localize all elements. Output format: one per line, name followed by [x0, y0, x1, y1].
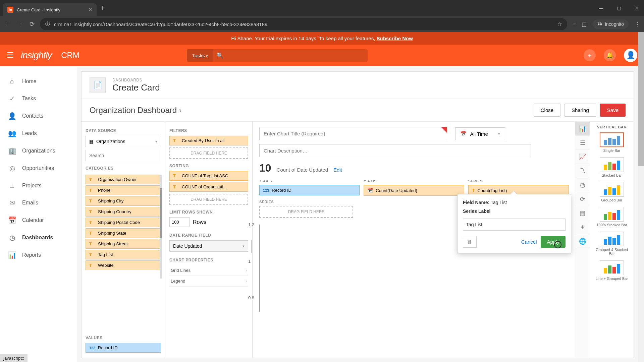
category-field[interactable]: TOrganization Owner — [86, 175, 161, 184]
text-icon: T — [173, 138, 179, 143]
nav-item-tasks[interactable]: ✓Tasks — [0, 90, 77, 107]
sort-chip[interactable]: TCOUNT of Organizati... — [169, 182, 248, 192]
back-button[interactable]: ← — [4, 20, 10, 28]
nav-item-emails[interactable]: ✉Emails — [0, 194, 77, 212]
maximize-button[interactable]: ▢ — [614, 4, 624, 12]
edit-metric-link[interactable]: Edit — [333, 167, 342, 173]
incognito-badge[interactable]: 🕶 Incognito — [593, 19, 629, 29]
action-bar: Organization Dashboard Close Sharing Sav… — [82, 99, 634, 122]
nav-item-reports[interactable]: 📊Reports — [0, 246, 77, 264]
chart-options-panel: VERTICAL BAR Single BarStacked BarGroupe… — [590, 122, 634, 358]
text-icon: T — [89, 220, 95, 225]
area-chart-icon[interactable]: 〽 — [575, 164, 590, 178]
sidepanel-icon[interactable]: ◫ — [582, 21, 587, 27]
xaxis-chip[interactable]: 123 Record ID — [259, 185, 360, 195]
sharing-button[interactable]: Sharing — [565, 104, 596, 117]
save-button[interactable]: Save — [600, 104, 626, 117]
category-field[interactable]: TShipping Street — [86, 239, 161, 249]
search-input[interactable] — [227, 49, 368, 62]
close-icon[interactable]: × — [89, 7, 92, 13]
chart-description-input[interactable] — [259, 144, 531, 157]
chart-property-row[interactable]: Grid Lines — [169, 265, 248, 276]
filters-dropzone[interactable]: DRAG FIELD HERE — [169, 147, 248, 159]
nav-item-calendar[interactable]: 📅Calendar — [0, 212, 77, 229]
line-chart-icon[interactable]: 📈 — [575, 150, 590, 164]
category-field[interactable]: TShipping City — [86, 196, 161, 206]
nav-item-leads[interactable]: 👥Leads — [0, 125, 77, 142]
new-tab-button[interactable]: + — [101, 4, 105, 12]
category-field[interactable]: TWebsite — [86, 260, 161, 270]
nav-item-contacts[interactable]: 👤Contacts — [0, 107, 77, 125]
chart-type-option[interactable]: Line + Grouped Bar — [593, 260, 631, 281]
categories-scrollbar[interactable] — [160, 175, 162, 279]
cancel-button[interactable]: Cancel — [521, 239, 537, 245]
scrollbar-thumb[interactable] — [160, 188, 162, 238]
reload-button[interactable]: ⟳ — [30, 20, 35, 28]
bookmark-icon[interactable]: ☆ — [557, 21, 562, 27]
filter-chip[interactable]: TCreated By User In all — [169, 136, 248, 145]
search-type-dropdown[interactable]: Tasks — [187, 49, 213, 62]
browser-menu-icon[interactable]: ⋮ — [635, 21, 640, 27]
sort-chip[interactable]: TCOUNT of Tag List ASC — [169, 171, 248, 181]
delete-series-button[interactable]: 🗑 — [463, 236, 477, 248]
number-icon: 123 — [89, 346, 95, 350]
logo[interactable]: insightly — [21, 50, 52, 61]
series-dropzone[interactable]: DRAG FIELD HERE — [259, 206, 353, 218]
dashboard-name-link[interactable]: Organization Dashboard — [90, 106, 182, 115]
nav-item-organizations[interactable]: 🏢Organizations — [0, 142, 77, 160]
pie-chart-icon[interactable]: ◔ — [575, 178, 590, 192]
chart-type-option[interactable]: Grouped & Stacked Bar — [593, 232, 631, 256]
add-button[interactable]: ＋ — [584, 49, 596, 61]
forward-button[interactable]: → — [17, 20, 23, 28]
chart-property-row[interactable]: Legend — [169, 276, 248, 287]
nav-item-opportunities[interactable]: ◎Opportunities — [0, 160, 77, 177]
daterange-select[interactable]: Date Updated — [169, 240, 248, 252]
category-field[interactable]: TPhone — [86, 185, 161, 195]
chart-type-option[interactable]: Grouped Bar — [593, 182, 631, 202]
time-range-select[interactable]: 📅 All Time — [455, 127, 505, 140]
nav-item-home[interactable]: ⌂Home — [0, 73, 77, 90]
scrollbar-thumb[interactable] — [638, 32, 644, 166]
yaxis-chip[interactable]: 📅 Count(Date Updated) — [364, 185, 464, 196]
data-source-select[interactable]: ▦ Organizations — [86, 136, 161, 147]
extensions-icon[interactable]: ≡ — [573, 21, 576, 27]
subscribe-link[interactable]: Subscribe Now — [376, 36, 413, 41]
metric-chart-icon[interactable]: ⟳ — [575, 192, 590, 206]
series-label-input[interactable] — [463, 219, 566, 231]
search-icon[interactable]: 🔍 — [213, 52, 227, 59]
hamburger-icon[interactable]: ☰ — [7, 51, 14, 60]
close-button[interactable]: Close — [534, 104, 560, 117]
category-field[interactable]: TShipping Postal Code — [86, 218, 161, 227]
category-field[interactable]: TShipping Country — [86, 207, 161, 217]
horizontal-bar-icon[interactable]: ☰ — [575, 136, 590, 150]
bar-chart-icon[interactable]: 📊 — [575, 122, 590, 136]
map-chart-icon[interactable]: 🌐 — [575, 234, 590, 248]
apply-button[interactable]: Apply — [541, 236, 566, 248]
chartprops-label: CHART PROPERTIES — [169, 258, 248, 262]
category-field[interactable]: TTag List — [86, 250, 161, 259]
breadcrumb: DASHBOARDS — [112, 78, 160, 82]
category-field[interactable]: TShipping State — [86, 228, 161, 238]
site-info-icon[interactable]: ⓘ — [45, 21, 50, 27]
chart-type-option[interactable]: 100% Stacked Bar — [593, 207, 631, 227]
url-bar[interactable]: ⓘ crm.na1.insightly.com/Dashboards/Creat… — [40, 18, 567, 30]
page-scrollbar[interactable] — [638, 32, 644, 362]
value-field[interactable]: 123Record ID — [86, 343, 161, 353]
avatar[interactable]: 👤 — [624, 49, 637, 62]
chart-type-option[interactable]: Single Bar — [593, 132, 631, 153]
table-chart-icon[interactable]: ▦ — [575, 206, 590, 220]
nav-item-projects[interactable]: ⟂Projects — [0, 177, 77, 194]
notifications-icon[interactable]: 🔔 — [604, 49, 616, 61]
field-search-input[interactable] — [86, 150, 161, 161]
nav-icon: ✉ — [8, 199, 16, 207]
minimize-button[interactable]: — — [596, 4, 606, 12]
browser-tab[interactable]: In Create Card - Insightly × — [3, 3, 97, 16]
limit-rows-input[interactable] — [169, 217, 190, 227]
close-window-button[interactable]: ✕ — [632, 4, 641, 12]
chart-title-input[interactable] — [259, 127, 447, 140]
categories-label: CATEGORIES — [86, 166, 161, 171]
chart-type-option[interactable]: Stacked Bar — [593, 157, 631, 177]
sorting-dropzone[interactable]: DRAG FIELD HERE — [169, 194, 248, 205]
nav-item-dashboards[interactable]: ◷Dashboards — [0, 229, 77, 246]
funnel-chart-icon[interactable]: ✦ — [575, 220, 590, 234]
